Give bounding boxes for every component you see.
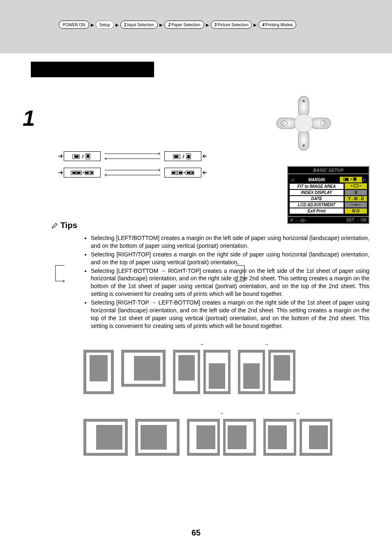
example-thumbnails: → → — [83, 342, 369, 456]
svg-rect-11 — [72, 172, 76, 174]
lcd-label: FIT to IMAGE AREA — [290, 184, 344, 189]
arrow-right-icon — [47, 170, 64, 175]
page-number: 65 — [0, 528, 392, 538]
chevron-right-icon: ▶ — [91, 23, 94, 27]
thumb — [238, 350, 265, 394]
section-title-bar — [31, 62, 154, 77]
chevron-right-icon: ▶ — [206, 23, 209, 27]
right-caret-icon: ▷ — [362, 178, 367, 182]
crumb-input: 1Input Selection — [120, 21, 158, 29]
dpad-icon — [275, 95, 332, 152]
svg-rect-27 — [298, 130, 309, 150]
lcd-value — [345, 183, 367, 189]
svg-rect-29 — [310, 118, 331, 129]
lcd-foot-left: ↺ → ◁▷ — [290, 218, 306, 222]
svg-rect-37 — [354, 178, 356, 180]
svg-rect-6 — [174, 155, 178, 158]
example-label: → — [264, 342, 269, 350]
thumb — [187, 419, 220, 456]
crumb-printing: 4Printing Modes — [258, 21, 296, 29]
crumb-num: 4 — [262, 23, 265, 27]
lcd-value: / — [340, 177, 362, 182]
crumb-num: 1 — [124, 23, 127, 27]
thumb-pair — [173, 350, 231, 394]
arrow-left-icon — [201, 170, 218, 175]
crumb-label: POWER ON — [62, 23, 85, 27]
margin-icon-leftbottom: / — [64, 151, 101, 161]
thumb — [135, 419, 180, 456]
svg-point-30 — [295, 114, 313, 132]
arrow-left-icon — [201, 153, 218, 159]
thumb-pair — [238, 350, 295, 394]
example-cell: → — [173, 342, 231, 394]
example-label: → — [219, 411, 224, 419]
svg-rect-19 — [172, 172, 175, 174]
svg-rect-4 — [87, 155, 89, 158]
chevron-right-icon: ▶ — [115, 23, 119, 27]
crumb-label: Paper Selection — [171, 23, 201, 27]
lcd-row: DATEY . M . D — [290, 196, 367, 201]
tips-title: Tips — [60, 221, 77, 230]
svg-rect-9 — [187, 155, 190, 158]
svg-rect-28 — [277, 118, 297, 129]
margin-icon-righttop: / — [164, 151, 201, 161]
flow-mid — [101, 152, 164, 160]
tips-section: Tips Selecting [LEFT/BOTTOM] creates a m… — [51, 221, 369, 456]
thumb-pair — [263, 419, 332, 456]
thumb — [83, 419, 128, 456]
example-cell: → — [263, 411, 332, 456]
lcd-label: Exif Print — [290, 208, 344, 214]
lcd-row: INDEX DISPLAY9 — [290, 190, 367, 195]
svg-rect-13 — [77, 172, 81, 174]
thumb — [268, 350, 295, 394]
svg-text:/: / — [350, 178, 352, 181]
lcd-label: DATE — [290, 196, 344, 201]
list-item: Selecting [RIGHT-TOP → LEFT-BOTTOM] crea… — [91, 299, 369, 330]
lcd-row: LCD ADJUSTMENT···+··· — [290, 202, 367, 208]
lcd-value: 9 — [345, 190, 367, 195]
crumb-label: Printing Modes — [265, 23, 293, 27]
crumb-paper: 2Paper Selection — [164, 21, 204, 29]
thumb — [173, 350, 200, 394]
lcd-value: Y . M . D — [345, 196, 367, 201]
lcd-panel: BASIC SETUP ◁ MARGIN / ▷ FIT to IMAGE AR… — [287, 166, 369, 224]
example-cell: → — [187, 411, 256, 456]
example-cell — [121, 342, 166, 394]
thumb — [83, 350, 114, 394]
breadcrumb: POWER ON ▶ Setup ▶ 1Input Selection ▶ 2P… — [59, 21, 369, 29]
crumb-picture: 3Picture Selection — [211, 21, 252, 29]
thumb — [203, 350, 231, 394]
flow-row: / / — [47, 151, 253, 161]
thumb — [300, 419, 332, 456]
crumb-setup: Setup — [96, 21, 114, 29]
flow-mid — [101, 169, 164, 177]
page: POWER ON ▶ Setup ▶ 1Input Selection ▶ 2P… — [0, 0, 392, 554]
svg-rect-1 — [74, 155, 78, 158]
lcd-label: MARGIN — [295, 177, 339, 182]
right-column: BASIC SETUP ◁ MARGIN / ▷ FIT to IMAGE AR… — [275, 95, 369, 224]
thumb — [223, 419, 256, 456]
lcd-body: ◁ MARGIN / ▷ FIT to IMAGE AREA INDEX DIS… — [287, 173, 369, 217]
lcd-row: Exif PrintN O — [290, 208, 367, 214]
crumb-label: Setup — [99, 23, 110, 27]
example-label: → — [199, 342, 204, 350]
svg-rect-26 — [298, 96, 309, 117]
lcd-row: FIT to IMAGE AREA — [290, 183, 367, 189]
crumb-num: 3 — [214, 23, 217, 27]
flow-diagram: / / — [47, 151, 253, 178]
crumb-num: 2 — [168, 23, 171, 27]
lcd-title: BASIC SETUP — [287, 166, 369, 173]
svg-rect-21 — [179, 172, 182, 174]
svg-text:/: / — [183, 154, 184, 159]
example-row: → → — [83, 342, 369, 394]
svg-text:/: / — [82, 154, 84, 159]
lcd-foot-right: SET → OK — [346, 218, 367, 222]
lcd-row: ◁ MARGIN / ▷ — [290, 177, 367, 182]
list-item: Selecting [LEFT/BOTTOM] creates a margin… — [91, 234, 369, 250]
margin-icon-seq2 — [164, 168, 201, 178]
flow-row — [47, 168, 253, 178]
thumb-pair — [187, 419, 256, 456]
list-item: Selecting [RIGHT/TOP] creates a margin o… — [91, 251, 369, 266]
lcd-value: ···+··· — [345, 202, 367, 208]
svg-rect-38 — [354, 185, 358, 187]
